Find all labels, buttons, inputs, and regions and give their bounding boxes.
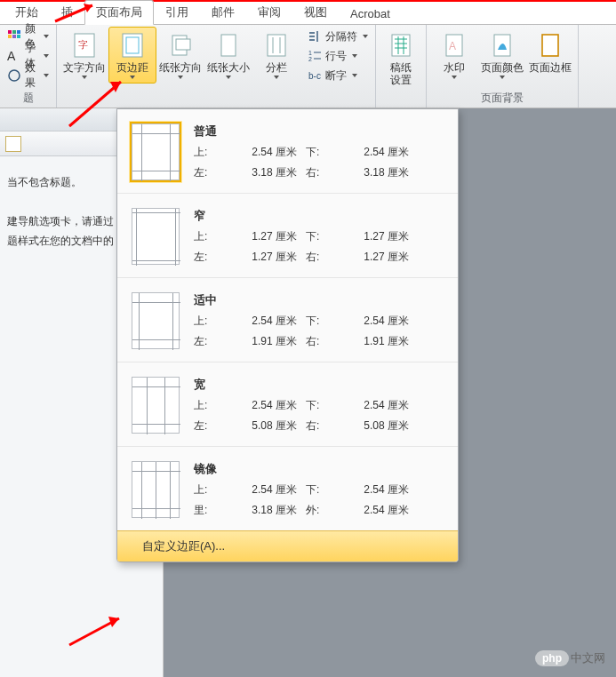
theme-effects-label: 效果 xyxy=(25,60,38,91)
tab-mailings[interactable]: 邮件 xyxy=(200,0,246,24)
tab-view[interactable]: 视图 xyxy=(292,0,339,24)
margins-preset-normal[interactable]: 普通上:2.54 厘米下:2.54 厘米左:3.18 厘米右:3.18 厘米 xyxy=(117,109,458,193)
ribbon-tabs: 开始 插 页面布局 引用 邮件 审阅 视图 Acrobat xyxy=(0,2,616,25)
effects-icon xyxy=(7,68,21,83)
text-direction-button[interactable]: 字 文字方向 xyxy=(60,27,108,84)
preset-label: 上: xyxy=(194,145,229,160)
margins-preset-moderate[interactable]: 适中上:2.54 厘米下:2.54 厘米左:1.91 厘米右:1.91 厘米 xyxy=(117,277,458,362)
line-numbers-button[interactable]: 12 行号 xyxy=(304,46,372,66)
orientation-icon xyxy=(166,31,195,60)
breaks-button[interactable]: 分隔符 xyxy=(304,27,372,46)
tab-review[interactable]: 审阅 xyxy=(246,0,292,24)
margins-preset-icon xyxy=(132,377,180,434)
svg-rect-3 xyxy=(8,35,12,38)
margins-preset-wide[interactable]: 宽上:2.54 厘米下:2.54 厘米左:5.08 厘米右:5.08 厘米 xyxy=(117,362,458,446)
svg-text:字: 字 xyxy=(78,39,88,50)
margins-preset-icon xyxy=(132,461,180,518)
preset-value: 2.54 厘米 xyxy=(341,398,418,413)
preset-title: 镜像 xyxy=(194,461,444,477)
preset-value: 2.54 厘米 xyxy=(341,503,418,518)
site-name: 中文网 xyxy=(571,650,605,666)
margins-icon xyxy=(118,31,147,60)
preset-label: 左: xyxy=(194,165,229,180)
fonts-icon: A xyxy=(7,49,21,63)
page-border-button[interactable]: 页面边框 xyxy=(526,27,574,78)
preset-label: 下: xyxy=(306,482,341,498)
svg-rect-0 xyxy=(8,30,12,34)
chevron-down-icon xyxy=(363,35,368,38)
columns-button[interactable]: 分栏 xyxy=(252,27,300,84)
ribbon: 颜色 A 字体 效果 题 字 文字方向 xyxy=(0,25,616,108)
chevron-down-icon xyxy=(226,76,231,79)
preset-title: 宽 xyxy=(194,377,444,393)
margins-dropdown: 普通上:2.54 厘米下:2.54 厘米左:3.18 厘米右:3.18 厘米窄上… xyxy=(116,108,459,562)
tab-references[interactable]: 引用 xyxy=(154,0,200,24)
chevron-down-icon xyxy=(274,76,279,79)
watermark-icon: A xyxy=(440,31,468,60)
theme-effects-button[interactable]: 效果 xyxy=(4,66,52,85)
svg-point-7 xyxy=(9,70,20,81)
nav-tab-thumbnail-icon[interactable] xyxy=(5,136,21,152)
breaks-icon xyxy=(308,29,322,44)
chevron-down-icon xyxy=(352,74,357,77)
group-label-page-background: 页面背景 xyxy=(430,91,574,108)
line-numbers-icon: 12 xyxy=(308,49,322,63)
preset-value: 1.27 厘米 xyxy=(229,250,306,265)
site-watermark: php 中文网 xyxy=(535,650,605,666)
preset-value: 1.27 厘米 xyxy=(229,229,306,244)
preset-value: 2.54 厘米 xyxy=(229,482,306,498)
preset-label: 左: xyxy=(194,250,229,265)
margins-preset-icon xyxy=(132,292,180,349)
svg-rect-2 xyxy=(17,30,20,34)
orientation-button[interactable]: 纸张方向 xyxy=(156,27,204,84)
hyphenation-button[interactable]: b-c 断字 xyxy=(304,66,372,85)
group-label-page-setup xyxy=(60,93,372,108)
preset-value: 1.91 厘米 xyxy=(229,334,306,349)
margins-button[interactable]: 页边距 xyxy=(108,27,156,84)
hyphenation-icon: b-c xyxy=(308,68,322,83)
chevron-down-icon xyxy=(130,76,135,79)
tab-acrobat[interactable]: Acrobat xyxy=(339,3,402,24)
preset-label: 里: xyxy=(194,503,229,518)
tab-page-layout[interactable]: 页面布局 xyxy=(84,0,154,25)
preset-title: 窄 xyxy=(194,208,444,224)
preset-label: 右: xyxy=(306,250,341,265)
page-color-icon xyxy=(488,31,516,60)
preset-value: 2.54 厘米 xyxy=(229,398,306,413)
preset-label: 右: xyxy=(306,418,341,434)
svg-text:A: A xyxy=(7,49,16,63)
size-icon xyxy=(214,31,243,60)
watermark-label: 水印 xyxy=(444,61,465,74)
tab-insert[interactable]: 插 xyxy=(50,0,84,24)
size-button[interactable]: 纸张大小 xyxy=(204,27,252,84)
svg-rect-32 xyxy=(542,35,558,56)
preset-label: 下: xyxy=(306,229,341,244)
preset-value: 5.08 厘米 xyxy=(341,418,418,434)
margins-preset-mirror[interactable]: 镜像上:2.54 厘米下:2.54 厘米里:3.18 厘米外:2.54 厘米 xyxy=(117,446,458,530)
colors-icon xyxy=(7,29,21,44)
margins-preset-narrow[interactable]: 窄上:1.27 厘米下:1.27 厘米左:1.27 厘米右:1.27 厘米 xyxy=(117,193,458,277)
manuscript-label: 稿纸 设置 xyxy=(390,61,412,86)
preset-title: 适中 xyxy=(194,292,444,308)
svg-rect-4 xyxy=(12,35,16,38)
svg-rect-13 xyxy=(176,39,190,50)
preset-value: 2.54 厘米 xyxy=(341,482,418,498)
preset-label: 上: xyxy=(194,482,229,498)
watermark-button[interactable]: A 水印 xyxy=(430,27,478,84)
preset-label: 下: xyxy=(306,314,341,329)
page-color-button[interactable]: 页面颜色 xyxy=(478,27,526,84)
page-border-icon xyxy=(536,31,564,60)
text-direction-label: 文字方向 xyxy=(63,61,106,74)
orientation-label: 纸张方向 xyxy=(159,61,202,74)
svg-text:b-c: b-c xyxy=(308,71,321,81)
preset-value: 2.54 厘米 xyxy=(229,145,306,160)
svg-rect-1 xyxy=(12,30,16,34)
manuscript-icon xyxy=(387,31,415,60)
page-border-label: 页面边框 xyxy=(529,61,572,74)
preset-title: 普通 xyxy=(194,123,444,139)
custom-margins-button[interactable]: 自定义边距(A)... xyxy=(117,530,458,562)
preset-value: 2.54 厘米 xyxy=(229,314,306,329)
manuscript-button[interactable]: 稿纸 设置 xyxy=(380,27,422,91)
tab-home[interactable]: 开始 xyxy=(4,0,50,24)
margins-preset-icon xyxy=(132,208,180,265)
